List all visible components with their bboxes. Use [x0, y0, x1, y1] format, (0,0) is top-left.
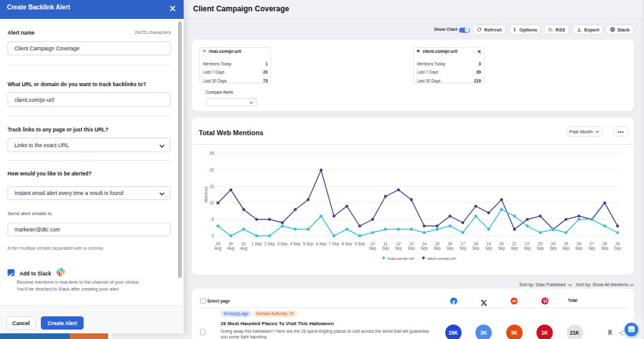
svg-text:21: 21 — [512, 242, 517, 246]
svg-text:27: 27 — [589, 242, 594, 246]
svg-text:Sep: Sep — [382, 246, 389, 251]
svg-text:10: 10 — [370, 242, 375, 246]
svg-text:15: 15 — [435, 242, 440, 246]
svg-text:Sep: Sep — [498, 246, 506, 251]
svg-text:Aug: Aug — [240, 246, 248, 251]
svg-text:Mentions: Mentions — [204, 186, 208, 203]
svg-text:22: 22 — [525, 242, 530, 246]
svg-text:5 Sep: 5 Sep — [303, 242, 314, 247]
svg-text:Sep: Sep — [575, 246, 583, 251]
svg-text:Sep: Sep — [511, 246, 518, 251]
svg-text:Sep: Sep — [536, 246, 544, 251]
svg-text:Sep: Sep — [472, 246, 480, 251]
svg-text:16: 16 — [448, 242, 453, 246]
svg-text:client.com/pr-url/: client.com/pr-url/ — [427, 256, 456, 260]
svg-text:Sep: Sep — [395, 246, 402, 251]
svg-text:13: 13 — [409, 242, 414, 246]
svg-text:12: 12 — [396, 242, 401, 246]
svg-text:0: 0 — [211, 233, 214, 238]
svg-text:10: 10 — [209, 201, 214, 205]
svg-text:Sep: Sep — [562, 246, 570, 251]
svg-text:7 Sep: 7 Sep — [329, 242, 340, 247]
svg-text:20: 20 — [499, 242, 504, 246]
svg-text:Sep: Sep — [459, 246, 467, 251]
svg-text:Sep: Sep — [421, 246, 428, 251]
svg-text:25: 25 — [209, 151, 214, 155]
svg-text:15: 15 — [209, 184, 214, 189]
svg-text:Sep: Sep — [524, 246, 531, 251]
svg-text:14: 14 — [422, 242, 427, 246]
svg-text:4 Sep: 4 Sep — [290, 242, 301, 247]
svg-text:9 Sep: 9 Sep — [355, 242, 365, 247]
svg-text:6 Sep: 6 Sep — [316, 242, 326, 247]
svg-text:24: 24 — [551, 242, 556, 246]
svg-text:Aug: Aug — [214, 246, 222, 251]
svg-text:31: 31 — [242, 242, 247, 246]
svg-text:26: 26 — [577, 242, 582, 246]
svg-text:29: 29 — [615, 242, 620, 246]
svg-text:Sep: Sep — [550, 246, 557, 251]
svg-text:8 Sep: 8 Sep — [341, 242, 352, 247]
svg-text:Sep: Sep — [588, 246, 596, 251]
svg-text:Sep: Sep — [433, 246, 441, 251]
svg-text:Sep: Sep — [447, 246, 454, 251]
svg-text:Sep: Sep — [408, 246, 415, 251]
svg-text:19: 19 — [486, 242, 491, 246]
svg-text:23: 23 — [538, 242, 543, 246]
svg-text:Sep: Sep — [601, 246, 609, 251]
svg-text:Sep: Sep — [614, 246, 621, 251]
svg-text:20: 20 — [209, 168, 214, 172]
svg-text:Aug: Aug — [227, 246, 235, 251]
svg-text:3 Sep: 3 Sep — [277, 242, 288, 247]
svg-text:11: 11 — [384, 242, 388, 246]
svg-text:Sep: Sep — [485, 246, 492, 251]
svg-text:18: 18 — [474, 242, 479, 246]
svg-text:28: 28 — [602, 242, 608, 246]
svg-text:25: 25 — [564, 242, 569, 246]
svg-text:1 Sep: 1 Sep — [252, 242, 262, 247]
svg-text:Sep: Sep — [369, 246, 377, 251]
svg-text:5: 5 — [211, 217, 214, 221]
svg-text:rival.com/pr-url/: rival.com/pr-url/ — [387, 256, 414, 260]
svg-text:29: 29 — [216, 242, 221, 246]
svg-text:17: 17 — [460, 242, 465, 246]
svg-text:30: 30 — [228, 242, 233, 246]
svg-text:2 Sep: 2 Sep — [264, 242, 275, 247]
